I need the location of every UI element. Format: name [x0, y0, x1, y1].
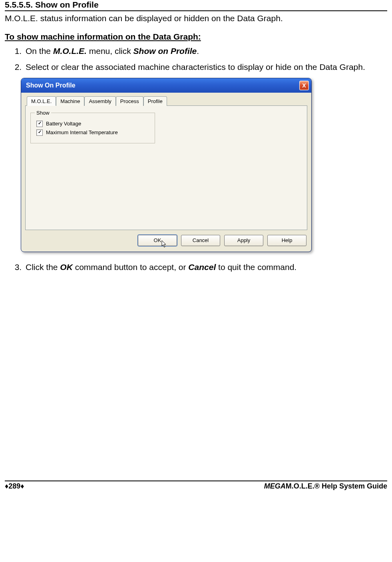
dialog-screenshot: Show On Profile X M.O.L.E. Machine Assem… [21, 78, 312, 252]
cancel-button[interactable]: Cancel [181, 235, 220, 246]
tab-panel: Show Battery Voltage Maximum Internal Te… [25, 106, 307, 230]
tab-assembly[interactable]: Assembly [84, 96, 115, 106]
tab-machine[interactable]: Machine [56, 96, 84, 106]
tab-process[interactable]: Process [116, 96, 143, 106]
step-1-em-mole: M.O.L.E. [53, 46, 87, 56]
footer-brand: MEGAM.O.L.E.® Help System Guide [264, 482, 387, 491]
section-heading: 5.5.5.5. Show on Profile [5, 0, 387, 11]
checkbox-battery-label: Battery Voltage [46, 121, 81, 127]
step-1-em-show: Show on Profile [133, 46, 197, 56]
section-intro: M.O.L.E. status information can be displ… [5, 14, 387, 23]
page-footer: ♦289♦ MEGAM.O.L.E.® Help System Guide [5, 481, 387, 491]
show-on-profile-dialog: Show On Profile X M.O.L.E. Machine Assem… [21, 78, 312, 252]
dialog-button-row: OK Cancel Apply Help [25, 230, 307, 247]
step-3-em-cancel: Cancel [188, 262, 216, 272]
tab-strip: M.O.L.E. Machine Assembly Process Profil… [25, 96, 307, 106]
checkbox-temp-label: Maximum Internal Temperature [46, 129, 118, 135]
step-1-text-b: menu, click [87, 46, 133, 56]
footer-brand-rest: M.O.L.E.® Help System Guide [286, 482, 387, 490]
dialog-titlebar: Show On Profile X [21, 78, 311, 93]
ok-button-label: OK [154, 237, 161, 243]
step-3-text-a: Click the [26, 262, 60, 272]
checkbox-row-temp: Maximum Internal Temperature [36, 129, 151, 136]
tab-mole[interactable]: M.O.L.E. [27, 96, 56, 106]
close-icon: X [302, 82, 306, 89]
steps-list: On the M.O.L.E. menu, click Show on Prof… [13, 46, 387, 73]
step-3-text-b: command button to accept, or [73, 262, 189, 272]
checkbox-row-battery: Battery Voltage [36, 121, 151, 127]
section-subheading: To show machine information on the Data … [5, 32, 387, 42]
checkbox-battery-voltage[interactable] [36, 121, 43, 127]
show-group: Show Battery Voltage Maximum Internal Te… [30, 110, 155, 143]
step-1: On the M.O.L.E. menu, click Show on Prof… [24, 46, 387, 57]
apply-button[interactable]: Apply [224, 235, 263, 246]
section-number: 5.5.5.5. [5, 0, 33, 9]
show-group-legend: Show [35, 110, 51, 116]
help-button[interactable]: Help [267, 235, 306, 246]
footer-brand-mega: MEGA [264, 482, 286, 490]
tab-profile[interactable]: Profile [143, 96, 167, 106]
step-3-em-ok: OK [60, 262, 73, 272]
dialog-title: Show On Profile [26, 82, 76, 89]
section-title: Show on Profile [35, 0, 99, 9]
step-1-text-d: . [197, 46, 199, 56]
mouse-cursor-icon [161, 240, 168, 248]
close-button[interactable]: X [299, 81, 309, 90]
footer-page-number: ♦289♦ [5, 482, 24, 491]
step-3-text-c: to quit the command. [216, 262, 296, 272]
step-2: Select or clear the associated machine c… [24, 62, 387, 73]
dialog-body: M.O.L.E. Machine Assembly Process Profil… [21, 93, 311, 252]
step-1-text-a: On the [26, 46, 53, 56]
checkbox-max-internal-temp[interactable] [36, 129, 43, 136]
step-3: Click the OK command button to accept, o… [24, 262, 387, 273]
steps-list-continued: Click the OK command button to accept, o… [13, 262, 387, 273]
ok-button[interactable]: OK [138, 235, 177, 246]
